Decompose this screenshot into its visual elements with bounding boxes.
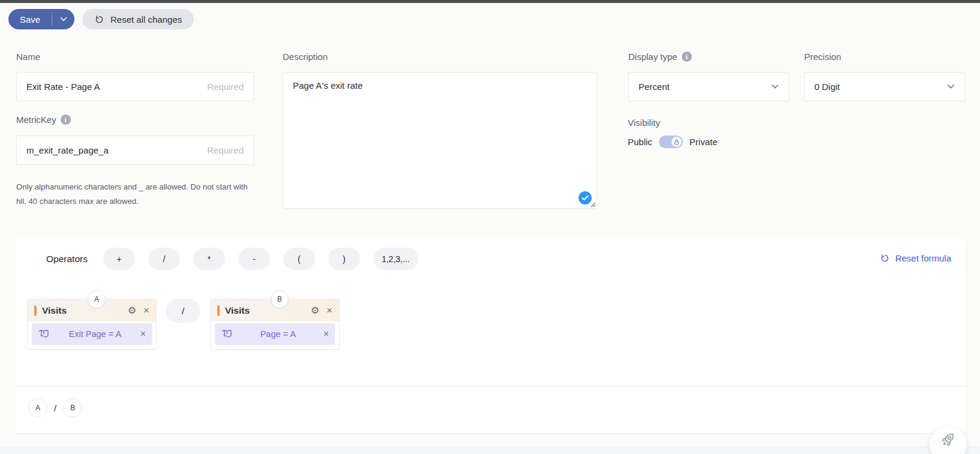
metric-block-b[interactable]: B Visits ⚙ × Page = A × [210,299,340,350]
close-icon[interactable]: × [143,305,149,315]
info-icon[interactable]: i [61,115,71,125]
close-icon[interactable]: × [326,305,332,315]
map-scope-icon [38,329,50,339]
close-icon[interactable]: × [323,329,329,339]
save-button[interactable]: Save [8,9,52,29]
metric-block-body: Exit Page = A × [28,321,156,349]
operator-number-button[interactable]: 1,2,3,... [373,248,418,270]
filter-chip[interactable]: Exit Page = A × [32,323,152,345]
metric-block-body: Page = A × [211,321,339,349]
display-type-label-row: Display type i [628,52,692,62]
metric-accent-bar [217,305,220,316]
visibility-label: Visibility [628,118,660,128]
metric-accent-bar [34,305,37,316]
reset-icon [880,253,890,263]
reset-formula-label: Reset formula [895,253,951,263]
name-input[interactable]: Exit Rate - Page A Required [16,72,254,101]
metrickey-input-value: m_exit_rate_page_a [26,145,109,155]
metrickey-label: MetricKey [16,115,56,125]
name-required-hint: Required [207,82,244,92]
name-input-value: Exit Rate - Page A [26,82,100,92]
metric-editor-page: Save Reset all changes Name Exit Rate - … [0,0,980,454]
block-badge: B [271,290,289,308]
chevron-down-icon [771,84,779,89]
formula-operator-pill[interactable]: / [166,299,200,323]
reset-all-changes-label: Reset all changes [110,14,182,25]
filter-label: Exit Page = A [55,329,135,339]
metric-block-a[interactable]: A Visits ⚙ × Exit Page = A × [27,299,157,350]
formula-preview-divider [15,386,966,386]
operators-label: Operators [46,254,88,264]
visibility-public-label: Public [628,137,652,147]
operator-buttons: + / * - ( ) 1,2,3,... [103,248,418,270]
reset-icon [94,14,104,25]
info-icon[interactable]: i [682,52,692,62]
display-type-label: Display type [628,52,678,62]
textarea-resize-handle[interactable] [589,201,596,208]
metrickey-required-hint: Required [207,145,244,155]
gear-icon[interactable]: ⚙ [128,306,136,315]
operator-minus-button[interactable]: - [238,248,270,270]
name-label: Name [16,52,40,62]
preview-badge-b: B [63,398,82,417]
precision-value: 0 Digit [814,82,840,92]
preview-operator: / [54,403,56,413]
reset-formula-button[interactable]: Reset formula [880,253,951,263]
precision-select[interactable]: 0 Digit [804,72,965,101]
chevron-down-icon [947,84,955,89]
operator-divide-button[interactable]: / [148,248,180,270]
formula-builder-panel: Operators + / * - ( ) 1,2,3,... Reset fo… [15,239,966,433]
gear-icon[interactable]: ⚙ [311,306,319,315]
metric-name: Visits [42,305,122,316]
metrickey-input[interactable]: m_exit_rate_page_a Required [16,136,254,165]
operator-multiply-button[interactable]: * [193,248,225,270]
reset-all-changes-button[interactable]: Reset all changes [82,9,194,29]
operator-close-paren-button[interactable]: ) [328,248,360,270]
visibility-private-label: Private [690,137,718,147]
preview-badge-a: A [28,398,47,417]
visibility-control: Public Private [628,136,718,148]
formula-preview: A / B [28,398,82,417]
footer-strip [0,446,980,454]
operators-row: Operators + / * - ( ) 1,2,3,... [46,248,418,270]
lock-icon [672,137,682,147]
save-split-button[interactable]: Save [8,9,74,29]
description-textarea[interactable]: Page A's exit rate [283,72,597,209]
chevron-down-icon [60,17,67,22]
display-type-value: Percent [639,82,670,92]
visibility-toggle[interactable] [659,136,683,148]
close-icon[interactable]: × [140,329,146,339]
precision-label: Precision [804,52,841,62]
filter-chip[interactable]: Page = A × [215,323,335,345]
block-badge: A [88,290,106,308]
rocket-icon [939,426,957,449]
description-value: Page A's exit rate [293,80,362,91]
filter-label: Page = A [238,329,318,339]
metrickey-label-row: MetricKey i [16,115,71,125]
description-label: Description [283,52,328,62]
top-accent-bar [0,0,980,3]
save-dropdown-toggle[interactable] [52,9,74,29]
operator-open-paren-button[interactable]: ( [283,248,315,270]
map-scope-icon [221,329,233,339]
metric-name: Visits [225,305,305,316]
metrickey-help-text: Only alphanumeric characters and _ are a… [16,180,257,209]
display-type-select[interactable]: Percent [628,72,789,101]
operator-plus-button[interactable]: + [103,248,135,270]
